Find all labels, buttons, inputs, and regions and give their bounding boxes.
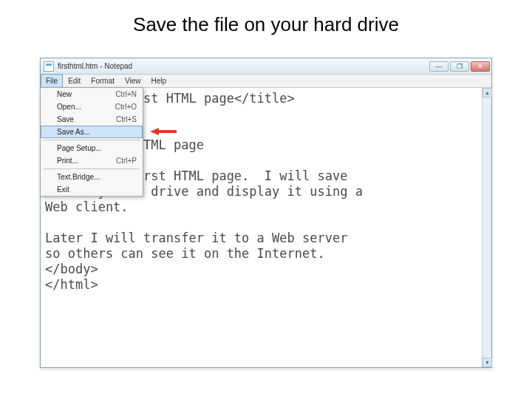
menu-item-shortcut: Ctrl+N — [115, 90, 137, 98]
file-menu-item[interactable]: Page Setup... — [41, 142, 143, 154]
menu-separator — [44, 168, 140, 169]
menu-item-label: Exit — [57, 185, 69, 194]
scroll-track[interactable] — [482, 98, 491, 358]
file-menu-item[interactable]: Save As... — [41, 126, 143, 138]
titlebar: firsthtml.htm - Notepad — ❐ ✕ — [41, 58, 491, 75]
minimize-button[interactable]: — — [429, 61, 449, 72]
red-arrow-icon — [150, 128, 177, 135]
menu-format[interactable]: Format — [86, 75, 120, 87]
scroll-down-button[interactable]: ▼ — [482, 358, 492, 367]
menu-item-label: Text.Bridge... — [57, 173, 100, 181]
window-buttons: — ❐ ✕ — [429, 61, 490, 72]
menu-item-label: Save As... — [57, 128, 90, 136]
menu-item-label: Save — [57, 115, 74, 123]
menu-separator — [44, 140, 140, 140]
scroll-up-button[interactable]: ▲ — [482, 88, 492, 98]
notepad-icon — [44, 61, 54, 72]
menu-help[interactable]: Help — [146, 75, 172, 87]
menu-item-label: New — [57, 90, 72, 98]
file-menu-item[interactable]: Open...Ctrl+O — [41, 100, 143, 113]
file-menu-item[interactable]: Print...Ctrl+P — [41, 154, 143, 167]
file-menu-item[interactable]: NewCtrl+N — [41, 88, 143, 100]
menu-view[interactable]: View — [120, 75, 146, 87]
vertical-scrollbar[interactable]: ▲ ▼ — [482, 88, 491, 367]
menu-item-shortcut: Ctrl+S — [116, 115, 137, 123]
notepad-window: firsthtml.htm - Notepad — ❐ ✕ File Edit … — [40, 58, 492, 368]
menu-edit[interactable]: Edit — [63, 75, 86, 87]
menu-item-label: Page Setup... — [57, 144, 102, 152]
file-menu-dropdown: NewCtrl+NOpen...Ctrl+OSaveCtrl+SSave As.… — [40, 87, 143, 197]
menu-item-shortcut: Ctrl+O — [115, 103, 137, 111]
file-menu-item[interactable]: Text.Bridge... — [41, 171, 143, 183]
menubar: File Edit Format View Help — [41, 75, 491, 88]
maximize-button[interactable]: ❐ — [450, 61, 469, 72]
menu-item-label: Print... — [57, 157, 78, 165]
slide-title: Save the file on your hard drive — [0, 0, 532, 45]
close-button[interactable]: ✕ — [471, 61, 490, 72]
file-menu-item[interactable]: SaveCtrl+S — [41, 113, 143, 126]
menu-item-shortcut: Ctrl+P — [116, 157, 137, 165]
file-menu-item[interactable]: Exit — [41, 183, 143, 196]
menu-file[interactable]: File — [41, 74, 63, 87]
menu-item-label: Open... — [57, 103, 81, 111]
window-title: firsthtml.htm - Notepad — [58, 62, 429, 70]
